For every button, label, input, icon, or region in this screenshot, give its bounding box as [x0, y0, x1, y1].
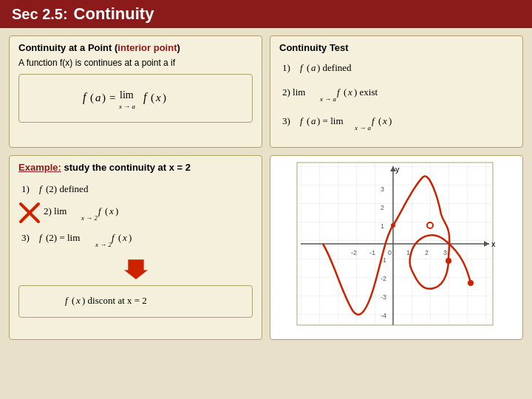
continuity-test-list: 1) f ( a ) defined 2) lim x → a f ( x ) … — [279, 58, 514, 138]
down-arrow-icon — [124, 256, 148, 279]
formula-svg: f ( a ) = lim x → a f ( x ) — [77, 82, 195, 115]
test-formula-3: 3) f ( a ) = lim x → a f ( x ) — [279, 111, 412, 136]
svg-text:)  discont  at  x = 2: ) discont at x = 2 — [82, 295, 147, 306]
test-item-2: 2) lim x → a f ( x ) exist — [279, 82, 514, 108]
svg-text:(: ( — [344, 86, 347, 98]
svg-text:3: 3 — [381, 185, 384, 193]
svg-text:f: f — [65, 295, 69, 306]
svg-point-79 — [468, 280, 474, 286]
svg-text:-4: -4 — [381, 312, 386, 319]
step3-formula: 3) f (2) = lim x → 2 f ( x ) — [18, 228, 151, 253]
svg-marker-51 — [124, 259, 148, 279]
svg-text:x: x — [382, 115, 387, 126]
svg-text:-2: -2 — [381, 275, 386, 282]
svg-text:(: ( — [118, 232, 121, 243]
svg-text:)  =  lim: ) = lim — [317, 115, 344, 126]
svg-point-80 — [391, 223, 395, 228]
x-mark-icon — [18, 202, 41, 224]
svg-text:2)  lim: 2) lim — [282, 86, 305, 98]
svg-text:(: ( — [105, 205, 108, 216]
svg-text:(: ( — [151, 92, 154, 104]
continuity-description: A function f(x) is continues at a point … — [18, 58, 253, 68]
svg-text:f: f — [112, 232, 116, 243]
svg-text:lim: lim — [120, 89, 134, 100]
conclusion-formula: f ( x ) discont at x = 2 — [62, 290, 210, 310]
svg-text:(2)  defined: (2) defined — [46, 183, 89, 194]
svg-text:f: f — [83, 91, 88, 104]
svg-text:x: x — [491, 239, 496, 248]
svg-text:x: x — [155, 92, 161, 103]
svg-text:3: 3 — [443, 249, 447, 256]
step-2: 2) lim x → 2 f ( x ) — [18, 201, 253, 225]
function-graph-svg: x y 0 1 2 3 -1 -2 1 2 3 -1 -2 -3 -4 — [286, 159, 508, 336]
svg-text:f: f — [98, 205, 103, 216]
test-formula-2: 2) lim x → a f ( x ) exist — [279, 82, 398, 106]
svg-text:x: x — [122, 232, 127, 243]
svg-text:x → a: x → a — [118, 103, 135, 110]
svg-text:(: ( — [378, 115, 381, 126]
svg-text:f: f — [143, 91, 149, 104]
card-graph: x y 0 1 2 3 -1 -2 1 2 3 -1 -2 -3 -4 — [270, 155, 523, 340]
page-header: Sec 2.5: Continuity — [0, 0, 532, 28]
svg-text:x → a: x → a — [354, 124, 371, 132]
svg-text:0: 0 — [388, 249, 392, 256]
svg-text:): ) — [102, 92, 106, 104]
svg-text:2)  lim: 2) lim — [44, 205, 66, 216]
svg-text:a: a — [95, 92, 101, 103]
test-formula-1: 1) f ( a ) defined — [279, 58, 390, 77]
svg-text:)  defined: ) defined — [317, 62, 352, 73]
card-continuity-point-heading: Continuity at a Point (interior point) — [18, 42, 253, 53]
svg-text:(: ( — [307, 62, 310, 73]
svg-text:): ) — [389, 115, 392, 126]
page-title: Continuity — [74, 4, 154, 24]
step-3: 3) f (2) = lim x → 2 f ( x ) — [18, 228, 253, 253]
svg-text:x: x — [109, 205, 114, 216]
svg-text:-1: -1 — [369, 249, 375, 256]
interior-point-label: interior point — [117, 42, 177, 53]
svg-text:-2: -2 — [351, 249, 357, 256]
svg-text:2: 2 — [425, 249, 429, 256]
svg-point-78 — [446, 258, 451, 264]
svg-text:3): 3) — [282, 115, 290, 126]
svg-point-77 — [427, 222, 433, 228]
svg-text:f: f — [39, 232, 44, 243]
section-label: Sec 2.5: — [12, 6, 68, 23]
test-item-3: 3) f ( a ) = lim x → a f ( x ) — [279, 111, 514, 138]
svg-text:2: 2 — [381, 204, 384, 211]
svg-text:(2)  =  lim: (2) = lim — [46, 232, 80, 243]
example-description: study the continuity at x = 2 — [64, 162, 191, 173]
svg-text:f: f — [337, 86, 341, 98]
example-heading: Example: study the continuity at x = 2 — [18, 162, 253, 173]
svg-text:(: ( — [72, 295, 75, 306]
svg-text:1): 1) — [282, 62, 290, 73]
svg-text:(: ( — [90, 92, 94, 104]
formula-box-main: f ( a ) = lim x → a f ( x ) — [18, 74, 253, 123]
svg-text:f: f — [300, 115, 304, 126]
step2-formula: 2) lim x → 2 f ( x ) — [41, 201, 144, 225]
svg-text:x: x — [347, 86, 352, 98]
continuity-test-heading: Continuity Test — [279, 42, 514, 53]
svg-text:x: x — [75, 295, 81, 306]
step-1: 1) f (2) defined — [18, 179, 253, 198]
svg-text:=: = — [109, 92, 115, 103]
svg-text:x → 2: x → 2 — [81, 214, 98, 222]
svg-text:a: a — [311, 115, 316, 126]
svg-text:3): 3) — [21, 232, 30, 243]
conclusion-box: f ( x ) discont at x = 2 — [18, 285, 253, 318]
svg-text:y: y — [395, 165, 400, 174]
example-label: Example: — [18, 162, 61, 173]
svg-text:)  exist: ) exist — [354, 86, 378, 98]
svg-text:): ) — [163, 92, 166, 104]
svg-text:-3: -3 — [381, 293, 386, 301]
card-continuity-point: Continuity at a Point (interior point) A… — [9, 35, 262, 148]
svg-text:x → 2: x → 2 — [95, 241, 112, 248]
svg-text:): ) — [129, 232, 132, 243]
svg-text:x → a: x → a — [319, 95, 336, 103]
main-content: Continuity at a Point (interior point) A… — [0, 28, 532, 347]
svg-text:a: a — [311, 62, 316, 73]
svg-text:f: f — [39, 183, 44, 194]
svg-text:1): 1) — [21, 183, 30, 194]
svg-text:(: ( — [307, 115, 310, 126]
arrow-down — [18, 256, 253, 282]
test-item-1: 1) f ( a ) defined — [279, 58, 514, 79]
